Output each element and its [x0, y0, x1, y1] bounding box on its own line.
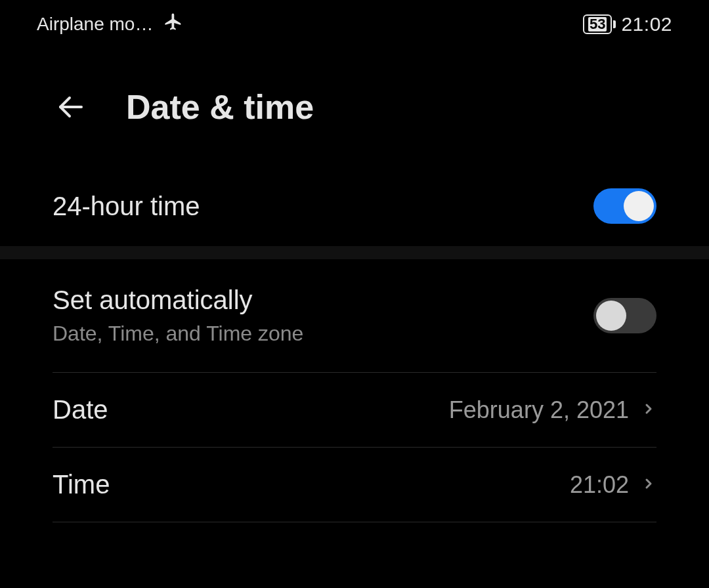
- toggle-set-automatically[interactable]: [593, 298, 656, 333]
- section-divider: [0, 246, 709, 259]
- battery-percent: 53: [588, 17, 607, 32]
- chevron-right-icon: [641, 396, 656, 425]
- status-bar: Airplane mo… 53 21:02: [0, 0, 709, 48]
- page-title: Date & time: [126, 87, 314, 127]
- row-date-value: February 2, 2021: [449, 396, 629, 424]
- row-time-label: Time: [53, 470, 110, 499]
- section-time: Time 21:02: [0, 448, 709, 522]
- divider: [53, 522, 656, 522]
- row-auto-label: Set automatically: [53, 285, 303, 315]
- row-24hour-label: 24-hour time: [53, 192, 200, 221]
- back-button[interactable]: [53, 89, 89, 125]
- row-date-label: Date: [53, 395, 108, 425]
- status-left: Airplane mo…: [37, 12, 183, 36]
- status-right: 53 21:02: [583, 13, 672, 35]
- row-time[interactable]: Time 21:02: [53, 448, 656, 522]
- toggle-24hour[interactable]: [593, 188, 656, 224]
- toggle-knob: [596, 301, 626, 331]
- row-set-automatically[interactable]: Set automatically Date, Time, and Time z…: [53, 259, 656, 372]
- airplane-mode-text: Airplane mo…: [37, 14, 153, 35]
- row-24hour[interactable]: 24-hour time: [53, 166, 656, 246]
- airplane-icon: [163, 12, 183, 36]
- section-auto: Set automatically Date, Time, and Time z…: [0, 259, 709, 372]
- section-24h: 24-hour time: [0, 166, 709, 246]
- status-clock: 21:02: [621, 13, 672, 35]
- section-date: Date February 2, 2021: [0, 373, 709, 447]
- battery-icon: 53: [583, 14, 616, 34]
- row-auto-sublabel: Date, Time, and Time zone: [53, 322, 303, 346]
- page-header: Date & time: [0, 48, 709, 166]
- row-time-value: 21:02: [570, 471, 629, 499]
- chevron-right-icon: [641, 471, 656, 499]
- row-date[interactable]: Date February 2, 2021: [53, 373, 656, 447]
- toggle-knob: [624, 191, 654, 221]
